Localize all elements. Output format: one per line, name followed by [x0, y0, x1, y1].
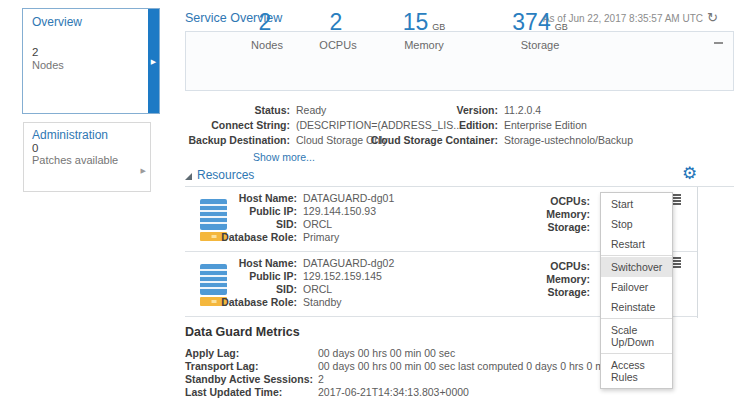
administration-arrow-icon: ▶	[141, 167, 146, 175]
version-label: Version:	[370, 104, 498, 116]
cloud-storage-container-label: Cloud Storage Container:	[370, 134, 498, 146]
sid-label: SID:	[185, 218, 297, 231]
status-label: Status:	[185, 104, 290, 116]
metric-memory: 15GB Memory	[374, 9, 474, 51]
database-role-label: Database Role:	[185, 231, 297, 244]
menu-group-dataguard: Switchover Failover Reinstate	[601, 255, 672, 318]
sid-value: ORCL	[303, 283, 332, 295]
version-value: 11.2.0.4	[504, 104, 541, 116]
menu-item-failover[interactable]: Failover	[601, 277, 672, 297]
storage-field-label: Storage:	[515, 286, 590, 299]
memory-field-label: Memory:	[515, 273, 590, 286]
memory-field-label: Memory:	[515, 208, 590, 221]
menu-item-restart[interactable]: Restart	[601, 234, 672, 254]
overview-selected-bar: ▶	[148, 9, 159, 113]
standby-active-sessions-label: Standby Active Sessions:	[185, 373, 325, 385]
cloud-storage-container-value: Storage-ustechnolo/Backup	[504, 134, 633, 146]
sid-value: ORCL	[303, 218, 332, 230]
last-updated-time-value: 2017-06-21T14:34:13.803+0000	[318, 386, 469, 398]
ocpus-field-label: OCPUs:	[515, 260, 590, 273]
public-ip-value: 129.144.150.93	[303, 205, 376, 217]
sidebar-card-administration[interactable]: Administration 0 Patches available ▶	[23, 122, 151, 192]
storage-label: Storage	[480, 39, 600, 51]
administration-card-title: Administration	[32, 128, 108, 142]
menu-group-access: Access Rules	[601, 353, 672, 388]
public-ip-value: 129.152.159.145	[303, 270, 382, 282]
backup-destination-label: Backup Destination:	[185, 134, 290, 146]
database-role-value: Primary	[303, 231, 339, 243]
menu-item-switchover[interactable]: Switchover	[601, 257, 672, 277]
ocpus-value: 2	[330, 9, 343, 35]
nodes-value: 2	[259, 9, 272, 35]
menu-item-start[interactable]: Start	[601, 194, 672, 214]
menu-item-stop[interactable]: Stop	[601, 214, 672, 234]
host-name-value: DATAGUARD-dg02	[303, 257, 394, 269]
resources-section-title[interactable]: Resources	[197, 168, 254, 182]
refresh-icon[interactable]: ↻	[707, 10, 718, 25]
public-ip-label: Public IP:	[185, 270, 297, 283]
host-name-value: DATAGUARD-dg01	[303, 192, 394, 204]
show-more-link[interactable]: Show more...	[253, 151, 315, 163]
menu-item-access-rules[interactable]: Access Rules	[601, 355, 672, 387]
overview-card-title: Overview	[32, 15, 82, 29]
metric-ocpus: 2 OCPUs	[293, 9, 383, 51]
apply-lag-value: 00 days 00 hrs 00 min 00 sec	[318, 347, 455, 359]
transport-lag-label: Transport Lag:	[185, 360, 325, 372]
apply-lag-label: Apply Lag:	[185, 347, 325, 359]
resources-collapse-icon[interactable]	[185, 173, 192, 180]
service-console: Overview 2 Nodes ▶ Administration 0 Patc…	[0, 0, 740, 400]
menu-group-lifecycle: Start Stop Restart	[601, 193, 672, 255]
overview-arrow-icon: ▶	[151, 58, 156, 65]
row-context-menu: Start Stop Restart Switchover Failover R…	[600, 192, 673, 389]
ocpus-field-label: OCPUs:	[515, 195, 590, 208]
menu-item-scale-up-down[interactable]: Scale Up/Down	[601, 320, 672, 352]
standby-active-sessions-value: 2	[318, 373, 324, 385]
patches-count: 0	[32, 142, 38, 154]
storage-value: 374	[512, 9, 550, 35]
menu-group-scale: Scale Up/Down	[601, 318, 672, 353]
status-value: Ready	[296, 104, 326, 116]
storage-field-label: Storage:	[515, 221, 590, 234]
host-name-label: Host Name:	[185, 192, 297, 205]
storage-unit: GB	[555, 22, 568, 32]
metric-storage: 374GB Storage	[480, 9, 600, 51]
edition-value: Enterprise Edition	[504, 119, 587, 131]
gear-icon[interactable]: ⚙	[682, 165, 697, 182]
public-ip-label: Public IP:	[185, 205, 297, 218]
edition-label: Edition:	[370, 119, 498, 131]
dataguard-metrics-title: Data Guard Metrics	[185, 325, 300, 339]
connect-string-label: Connect String:	[185, 119, 290, 131]
database-role-label: Database Role:	[185, 296, 297, 309]
sidebar-card-overview[interactable]: Overview 2 Nodes ▶	[22, 8, 160, 114]
host-name-label: Host Name:	[185, 257, 297, 270]
last-updated-time-label: Last Updated Time:	[185, 386, 325, 398]
ocpus-label: OCPUs	[293, 39, 383, 51]
overview-node-count: 2	[32, 46, 38, 58]
overview-node-label: Nodes	[32, 59, 64, 71]
menu-item-reinstate[interactable]: Reinstate	[601, 297, 672, 317]
sid-label: SID:	[185, 283, 297, 296]
memory-value: 15	[403, 9, 429, 35]
collapse-summary-icon[interactable]	[714, 42, 723, 44]
patches-label: Patches available	[32, 154, 118, 166]
memory-unit: GB	[432, 22, 445, 32]
database-role-value: Standby	[303, 296, 342, 308]
memory-label: Memory	[374, 39, 474, 51]
